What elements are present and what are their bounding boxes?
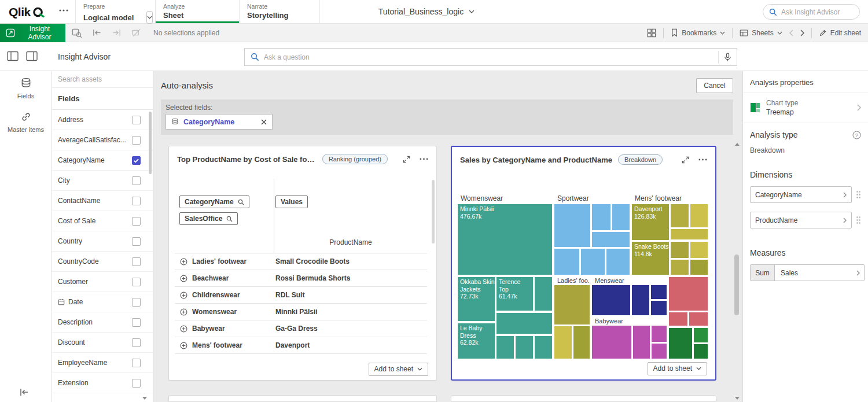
field-checkbox[interactable] (132, 237, 141, 246)
app-title-dropdown[interactable]: Tutorial_Business_logic (340, 0, 513, 23)
previous-sheet-icon[interactable] (789, 29, 793, 36)
qlik-logo[interactable]: Qlik (9, 5, 45, 19)
treemap-node[interactable] (591, 285, 631, 316)
next-sheet-icon[interactable] (800, 29, 804, 36)
prepare-dropdown-button[interactable] (146, 11, 153, 24)
expand-row-icon[interactable] (180, 325, 187, 333)
treemap-node[interactable] (668, 276, 708, 311)
treemap-node[interactable] (693, 327, 708, 343)
field-checkbox[interactable] (132, 359, 141, 367)
treemap-node[interactable] (591, 204, 611, 231)
nav-analyze[interactable]: Analyze Sheet (155, 0, 239, 23)
nav-narrate[interactable]: Narrate Storytelling (239, 0, 320, 23)
treemap-node[interactable] (580, 248, 605, 275)
field-row-discount[interactable]: Discount (52, 333, 153, 353)
field-row-customer[interactable]: Customer (52, 272, 153, 292)
treemap-node[interactable] (515, 335, 534, 359)
field-checkbox[interactable] (132, 136, 141, 145)
field-row-contactname[interactable]: ContactName (52, 191, 153, 211)
treemap-node[interactable]: Minnki Pälsii476.67k (457, 204, 553, 275)
treemap-node[interactable] (554, 248, 580, 275)
field-checkbox[interactable] (132, 338, 141, 347)
more-options-icon[interactable] (420, 158, 428, 160)
expand-chart-icon[interactable] (403, 156, 410, 163)
treemap-node[interactable] (554, 326, 572, 359)
scroll-up-icon[interactable] (735, 143, 740, 146)
treemap-node[interactable] (650, 300, 667, 316)
ask-insight-advisor-search[interactable] (763, 4, 860, 20)
field-checkbox[interactable] (132, 197, 141, 205)
ranking-table-row[interactable]: WomenswearMinnki Pälsii (175, 304, 427, 320)
rail-item-fields[interactable]: Fields (0, 71, 52, 105)
field-checkbox[interactable] (132, 217, 141, 226)
field-row-city[interactable]: City (52, 171, 153, 191)
field-row-categoryname[interactable]: CategoryName (52, 150, 153, 171)
clear-selections-icon[interactable] (131, 28, 141, 37)
treemap-node[interactable] (591, 231, 630, 248)
cancel-button[interactable]: Cancel (696, 78, 733, 93)
expand-row-icon[interactable] (180, 308, 187, 316)
ask-a-question-input[interactable] (264, 53, 713, 61)
treemap-node[interactable] (573, 326, 590, 359)
table-scrollbar[interactable] (432, 180, 435, 244)
nav-prepare[interactable]: Prepare Logical model (75, 0, 155, 23)
add-to-sheet-button[interactable]: Add to sheet (648, 362, 707, 375)
treemap-chart-card[interactable]: Sales by CategoryName and ProductName Br… (451, 146, 716, 381)
toggle-left-panel-icon[interactable] (7, 51, 19, 61)
field-checkbox[interactable] (132, 156, 141, 165)
category-name-chip[interactable]: CategoryName (179, 196, 249, 208)
field-checkbox[interactable] (132, 318, 141, 327)
sales-office-chip[interactable]: SalesOffice (179, 212, 238, 225)
ranking-table-row[interactable]: ChildrenswearRDL Suit (175, 287, 427, 304)
edit-sheet-button[interactable]: Edit sheet (819, 29, 861, 37)
treemap-node[interactable]: Snake Boots114.8k (631, 241, 670, 275)
treemap-node[interactable] (631, 285, 650, 316)
field-row-extension[interactable]: Extension (52, 373, 153, 393)
treemap-node[interactable] (690, 259, 708, 275)
field-row-description[interactable]: Description (52, 312, 153, 333)
add-to-sheet-button[interactable]: Add to sheet (369, 363, 428, 376)
ranking-table-row[interactable]: Ladies' footwearSmall Crocodile Boots (175, 253, 427, 270)
treemap-node[interactable] (690, 241, 708, 259)
field-checkbox[interactable] (132, 176, 141, 185)
field-row-averagecallsatisfac-[interactable]: AverageCallSatisfac... (52, 130, 153, 150)
chart-type-row[interactable]: Chart type Treemap (743, 93, 868, 123)
treemap-node[interactable] (554, 285, 590, 325)
sheets-dropdown[interactable]: Sheets (740, 29, 782, 37)
ask-insight-advisor-input[interactable] (781, 8, 854, 16)
dimension-productname[interactable]: ProductName (750, 212, 852, 228)
toggle-right-panel-icon[interactable] (26, 51, 38, 61)
field-row-countrycode[interactable]: CountryCode (52, 252, 153, 272)
field-checkbox[interactable] (132, 257, 141, 266)
step-back-icon[interactable] (92, 28, 102, 37)
ranking-table-row[interactable]: Mens' footwearDavenport (175, 337, 427, 354)
field-checkbox[interactable] (132, 278, 141, 286)
treemap-node[interactable] (689, 312, 708, 326)
field-row-date[interactable]: Date (52, 292, 153, 312)
ranking-table-row[interactable]: BeachwearRossi Bermuda Shorts (175, 270, 427, 287)
ask-a-question-search[interactable] (244, 48, 737, 66)
dimension-categoryname[interactable]: CategoryName (750, 186, 852, 203)
expand-row-icon[interactable] (180, 342, 187, 349)
treemap-node[interactable] (670, 241, 689, 259)
ranking-chart-card[interactable]: Top ProductName by Cost of Sale for Cate… (168, 146, 437, 381)
field-row-employeename[interactable]: EmployeeName (52, 353, 153, 373)
collapse-panel-icon[interactable] (20, 388, 29, 396)
expand-chart-icon[interactable] (682, 156, 689, 164)
field-checkbox[interactable] (132, 298, 141, 307)
treemap-node[interactable] (651, 343, 667, 359)
treemap-node[interactable] (591, 325, 632, 359)
field-checkbox[interactable] (132, 116, 141, 124)
main-scrollbar[interactable] (734, 255, 739, 315)
treemap-node[interactable] (690, 204, 708, 228)
expand-row-icon[interactable] (180, 292, 187, 299)
app-objects-icon[interactable] (647, 28, 656, 38)
selected-field-tag[interactable]: CategoryName (165, 114, 273, 130)
treemap-node[interactable] (496, 312, 553, 334)
treemap-node[interactable] (534, 335, 553, 359)
scroll-down-icon[interactable] (735, 397, 740, 400)
treemap-node[interactable] (554, 204, 591, 248)
values-chip[interactable]: Values (275, 196, 308, 208)
treemap-node[interactable] (670, 204, 689, 228)
treemap-node[interactable] (632, 325, 650, 359)
